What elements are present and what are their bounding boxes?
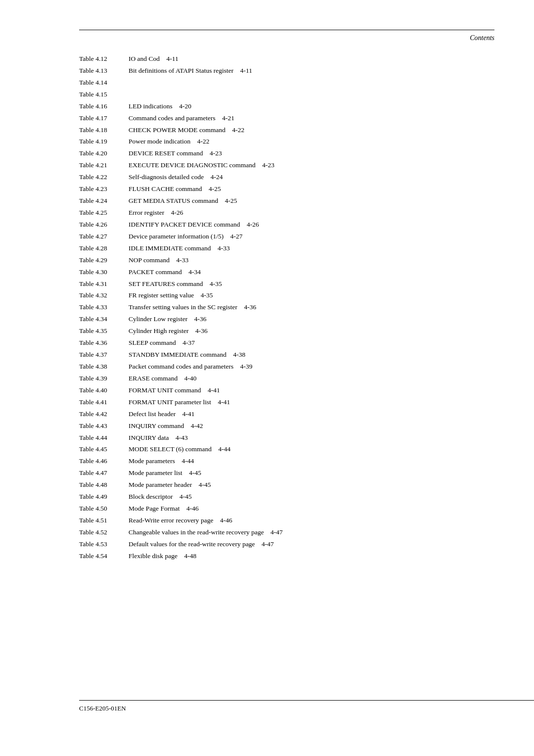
toc-entry: Table 4.28IDLE IMMEDIATE command 4-33 [79, 243, 494, 254]
toc-table-label: Table 4.17 [79, 113, 129, 124]
toc-entry-text: GET MEDIA STATUS command 4-25 [129, 196, 494, 206]
toc-entry: Table 4.18CHECK POWER MODE command 4-22 [79, 125, 494, 136]
header-rule [79, 30, 494, 30]
toc-entry-text: Block descriptor 4-45 [129, 492, 494, 502]
toc-entry: Table 4.44INQUIRY data 4-43 [79, 433, 494, 443]
toc-entry: Table 4.27Device parameter information (… [79, 232, 494, 242]
toc-entry-text: Command codes and parameters 4-21 [129, 113, 494, 124]
toc-table-label: Table 4.33 [79, 302, 129, 313]
toc-entry: Table 4.24GET MEDIA STATUS command 4-25 [79, 196, 494, 206]
header-title: Contents [470, 34, 494, 42]
toc-table-label: Table 4.46 [79, 456, 129, 467]
toc-entry-text: IO and Cod 4-11 [129, 54, 494, 64]
toc-entry-text: Device parameter information (1/5) 4-27 [129, 232, 494, 242]
toc-entry-text: Error register 4-26 [129, 208, 494, 218]
toc-table-label: Table 4.15 [79, 90, 129, 100]
toc-entry: Table 4.23FLUSH CACHE command 4-25 [79, 184, 494, 194]
toc-entry-text: PACKET command 4-34 [129, 267, 494, 278]
toc-entry: Table 4.46Mode parameters 4-44 [79, 456, 494, 467]
toc-table-label: Table 4.30 [79, 267, 129, 278]
toc-entry: Table 4.50Mode Page Format 4-46 [79, 504, 494, 514]
toc-entry-text: STANDBY IMMEDIATE command 4-38 [129, 350, 494, 360]
toc-table-label: Table 4.22 [79, 172, 129, 183]
toc-table-label: Table 4.42 [79, 409, 129, 420]
toc-table-label: Table 4.16 [79, 101, 129, 112]
toc-entry-text: Cylinder Low register 4-36 [129, 314, 494, 325]
toc-entry: Table 4.17Command codes and parameters 4… [79, 113, 494, 124]
toc-entry: Table 4.41FORMAT UNIT parameter list 4-4… [79, 397, 494, 408]
toc-table-label: Table 4.50 [79, 504, 129, 514]
toc-table-label: Table 4.51 [79, 516, 129, 526]
toc-entry-text: Power mode indication 4-22 [129, 137, 494, 147]
toc-table-label: Table 4.49 [79, 492, 129, 502]
toc-entry-text: IDLE IMMEDIATE command 4-33 [129, 243, 494, 254]
toc-entry: Table 4.48Mode parameter header 4-45 [79, 480, 494, 490]
toc-entry-text: Defect list header 4-41 [129, 409, 494, 420]
toc-table-label: Table 4.40 [79, 385, 129, 396]
toc-table-label: Table 4.29 [79, 255, 129, 266]
toc-entry: Table 4.53Default values for the read-wr… [79, 539, 494, 550]
page: Contents Table 4.12IO and Cod 4-11Table … [0, 0, 534, 756]
toc-entry: Table 4.39ERASE command 4-40 [79, 374, 494, 384]
toc-entry-text: MODE SELECT (6) command 4-44 [129, 444, 494, 455]
toc-entry: Table 4.15 [79, 90, 494, 100]
toc-entry: Table 4.30PACKET command 4-34 [79, 267, 494, 278]
toc-table-label: Table 4.54 [79, 551, 129, 562]
toc-entry-text: Self-diagnosis detailed code 4-24 [129, 172, 494, 183]
toc-entry-text: Mode parameter header 4-45 [129, 480, 494, 490]
toc-entry: Table 4.35Cylinder High register 4-36 [79, 326, 494, 336]
toc-entry: Table 4.33Transfer setting values in the… [79, 302, 494, 313]
toc-entry-text: Read-Write error recovery page 4-46 [129, 516, 494, 526]
toc-table-label: Table 4.28 [79, 243, 129, 254]
toc-entry: Table 4.47Mode parameter list 4-45 [79, 468, 494, 478]
toc-table-label: Table 4.12 [79, 54, 129, 64]
toc-table-label: Table 4.31 [79, 279, 129, 289]
toc-entry: Table 4.22Self-diagnosis detailed code 4… [79, 172, 494, 183]
toc-entry: Table 4.54Flexible disk page 4-48 [79, 551, 494, 562]
toc-entry: Table 4.43INQUIRY command 4-42 [79, 421, 494, 431]
toc-entry-text: EXECUTE DEVICE DIAGNOSTIC command 4-23 [129, 160, 494, 171]
toc-table-label: Table 4.27 [79, 232, 129, 242]
toc-entry-text: Transfer setting values in the SC regist… [129, 302, 494, 313]
toc-table-label: Table 4.53 [79, 539, 129, 550]
toc-table-label: Table 4.18 [79, 125, 129, 136]
toc-entry: Table 4.12IO and Cod 4-11 [79, 54, 494, 64]
toc-table-label: Table 4.20 [79, 148, 129, 159]
toc-entry: Table 4.42Defect list header 4-41 [79, 409, 494, 420]
toc-entry-text: Cylinder High register 4-36 [129, 326, 494, 336]
toc-entry: Table 4.29NOP command 4-33 [79, 255, 494, 266]
toc-entry: Table 4.26IDENTIFY PACKET DEVICE command… [79, 220, 494, 230]
toc-table-label: Table 4.19 [79, 137, 129, 147]
toc-entry-text: FR register setting value 4-35 [129, 290, 494, 301]
toc-entry-text: Mode parameter list 4-45 [129, 468, 494, 478]
toc-entry-text: Packet command codes and parameters 4-39 [129, 362, 494, 372]
toc-table-label: Table 4.34 [79, 314, 129, 325]
toc-table-label: Table 4.38 [79, 362, 129, 372]
toc-entry-text: FORMAT UNIT command 4-41 [129, 385, 494, 396]
toc-entry: Table 4.51Read-Write error recovery page… [79, 516, 494, 526]
toc-entry: Table 4.32FR register setting value 4-35 [79, 290, 494, 301]
toc-entry: Table 4.37STANDBY IMMEDIATE command 4-38 [79, 350, 494, 360]
toc-entry-text: NOP command 4-33 [129, 255, 494, 266]
toc-table-label: Table 4.37 [79, 350, 129, 360]
toc-table-label: Table 4.25 [79, 208, 129, 218]
toc-entry: Table 4.34Cylinder Low register 4-36 [79, 314, 494, 325]
page-header: Contents [79, 34, 494, 42]
toc-entry-text: SLEEP command 4-37 [129, 338, 494, 348]
toc-table-label: Table 4.23 [79, 184, 129, 194]
toc-table-label: Table 4.21 [79, 160, 129, 171]
toc-entry: Table 4.13Bit definitions of ATAPI Statu… [79, 66, 494, 76]
toc-entry-text: INQUIRY data 4-43 [129, 433, 494, 443]
toc-table-label: Table 4.13 [79, 66, 129, 76]
toc-entry-text: Mode Page Format 4-46 [129, 504, 494, 514]
toc-entry-text: INQUIRY command 4-42 [129, 421, 494, 431]
toc-entry: Table 4.31SET FEATURES command 4-35 [79, 279, 494, 289]
toc-entry-text: FORMAT UNIT parameter list 4-41 [129, 397, 494, 408]
toc-table-label: Table 4.43 [79, 421, 129, 431]
footer-rule [79, 700, 534, 701]
toc-entry: Table 4.45MODE SELECT (6) command 4-44 [79, 444, 494, 455]
toc-entry-text: LED indications 4-20 [129, 101, 494, 112]
toc-entry-text: FLUSH CACHE command 4-25 [129, 184, 494, 194]
toc-entry: Table 4.20DEVICE RESET command 4-23 [79, 148, 494, 159]
toc-entry-text: Mode parameters 4-44 [129, 456, 494, 467]
